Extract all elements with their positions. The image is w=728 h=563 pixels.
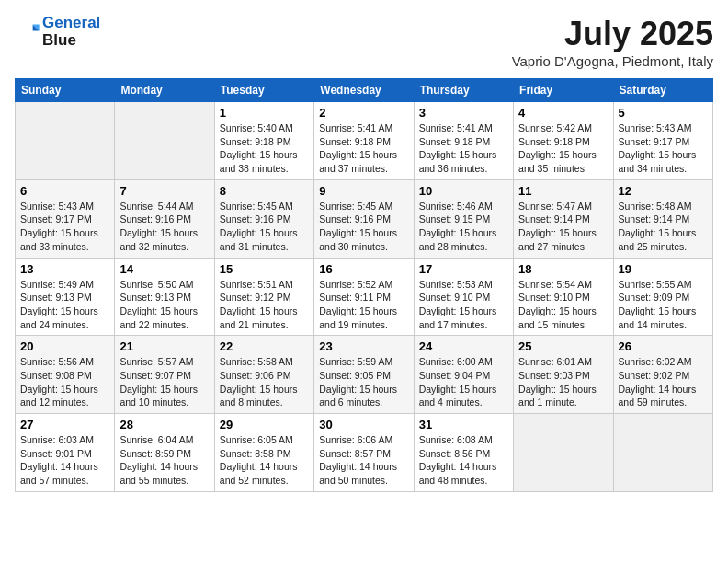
day-of-week-header: Thursday [414, 79, 513, 102]
svg-rect-0 [15, 19, 40, 45]
calendar-cell: 26Sunrise: 6:02 AMSunset: 9:02 PMDayligh… [613, 336, 712, 414]
calendar-cell: 28Sunrise: 6:04 AMSunset: 8:59 PMDayligh… [115, 414, 214, 492]
day-info: Sunrise: 6:00 AMSunset: 9:04 PMDaylight:… [419, 355, 508, 409]
day-info: Sunrise: 6:06 AMSunset: 8:57 PMDaylight:… [319, 433, 408, 488]
day-number: 20 [20, 339, 109, 353]
day-number: 26 [619, 339, 708, 353]
day-number: 7 [119, 184, 209, 198]
calendar-week-row: 6Sunrise: 5:43 AMSunset: 9:17 PMDaylight… [16, 179, 713, 258]
logo-icon [15, 19, 40, 45]
day-number: 31 [419, 418, 508, 431]
day-number: 14 [119, 262, 209, 276]
logo: General Blue [15, 15, 100, 49]
day-info: Sunrise: 5:44 AMSunset: 9:16 PMDaylight:… [119, 200, 209, 254]
calendar-cell: 23Sunrise: 5:59 AMSunset: 9:05 PMDayligh… [314, 336, 414, 414]
day-number: 29 [220, 418, 309, 431]
calendar-cell: 1Sunrise: 5:40 AMSunset: 9:18 PMDaylight… [214, 102, 313, 180]
day-number: 11 [518, 184, 608, 198]
day-info: Sunrise: 5:59 AMSunset: 9:05 PMDaylight:… [319, 355, 408, 409]
calendar-cell: 25Sunrise: 6:01 AMSunset: 9:03 PMDayligh… [514, 336, 613, 414]
page-header: General Blue July 2025 Vaprio D'Agogna, … [15, 15, 713, 69]
day-info: Sunrise: 5:50 AMSunset: 9:13 PMDaylight:… [119, 278, 209, 332]
day-info: Sunrise: 5:43 AMSunset: 9:17 PMDaylight:… [619, 121, 708, 176]
calendar-cell: 15Sunrise: 5:51 AMSunset: 9:12 PMDayligh… [214, 258, 313, 336]
calendar-cell: 11Sunrise: 5:47 AMSunset: 9:14 PMDayligh… [514, 179, 613, 258]
day-info: Sunrise: 5:45 AMSunset: 9:16 PMDaylight:… [220, 200, 309, 254]
day-info: Sunrise: 6:08 AMSunset: 8:56 PMDaylight:… [419, 433, 508, 488]
day-info: Sunrise: 5:51 AMSunset: 9:12 PMDaylight:… [220, 278, 309, 332]
calendar-table: SundayMondayTuesdayWednesdayThursdayFrid… [15, 78, 713, 492]
day-number: 28 [119, 418, 209, 431]
day-number: 6 [20, 184, 109, 198]
day-number: 9 [319, 184, 408, 198]
calendar-week-row: 13Sunrise: 5:49 AMSunset: 9:13 PMDayligh… [16, 258, 713, 336]
day-info: Sunrise: 6:05 AMSunset: 8:58 PMDaylight:… [220, 433, 309, 488]
logo-text: General [42, 15, 100, 32]
calendar-cell: 7Sunrise: 5:44 AMSunset: 9:16 PMDaylight… [115, 179, 214, 258]
day-of-week-header: Wednesday [314, 79, 414, 102]
day-number: 17 [419, 262, 508, 276]
calendar-cell [613, 414, 712, 492]
day-info: Sunrise: 5:42 AMSunset: 9:18 PMDaylight:… [518, 121, 608, 176]
calendar-cell: 20Sunrise: 5:56 AMSunset: 9:08 PMDayligh… [16, 336, 115, 414]
day-number: 27 [20, 418, 109, 431]
day-info: Sunrise: 5:41 AMSunset: 9:18 PMDaylight:… [319, 121, 408, 176]
day-number: 30 [319, 418, 408, 431]
day-of-week-header: Sunday [16, 79, 115, 102]
day-info: Sunrise: 5:46 AMSunset: 9:15 PMDaylight:… [419, 200, 508, 254]
day-number: 4 [518, 106, 608, 120]
day-info: Sunrise: 5:47 AMSunset: 9:14 PMDaylight:… [518, 200, 608, 254]
day-number: 18 [518, 262, 608, 276]
day-number: 15 [220, 262, 309, 276]
day-info: Sunrise: 5:55 AMSunset: 9:09 PMDaylight:… [619, 278, 708, 332]
calendar-cell: 12Sunrise: 5:48 AMSunset: 9:14 PMDayligh… [613, 179, 712, 258]
day-of-week-header: Saturday [613, 79, 712, 102]
day-info: Sunrise: 5:43 AMSunset: 9:17 PMDaylight:… [20, 200, 109, 254]
day-info: Sunrise: 5:52 AMSunset: 9:11 PMDaylight:… [319, 278, 408, 332]
day-info: Sunrise: 6:01 AMSunset: 9:03 PMDaylight:… [518, 355, 608, 409]
calendar-cell: 10Sunrise: 5:46 AMSunset: 9:15 PMDayligh… [414, 179, 513, 258]
calendar-cell: 24Sunrise: 6:00 AMSunset: 9:04 PMDayligh… [414, 336, 513, 414]
day-info: Sunrise: 5:56 AMSunset: 9:08 PMDaylight:… [20, 355, 109, 409]
day-info: Sunrise: 5:49 AMSunset: 9:13 PMDaylight:… [20, 278, 109, 332]
day-of-week-header: Tuesday [214, 79, 313, 102]
day-number: 25 [518, 339, 608, 353]
day-number: 8 [220, 184, 309, 198]
calendar-cell: 17Sunrise: 5:53 AMSunset: 9:10 PMDayligh… [414, 258, 513, 336]
logo-subtext: Blue [42, 32, 100, 50]
day-number: 22 [220, 339, 309, 353]
calendar-cell: 16Sunrise: 5:52 AMSunset: 9:11 PMDayligh… [314, 258, 414, 336]
calendar-cell: 3Sunrise: 5:41 AMSunset: 9:18 PMDaylight… [414, 102, 513, 180]
day-info: Sunrise: 5:41 AMSunset: 9:18 PMDaylight:… [419, 121, 508, 176]
day-info: Sunrise: 5:57 AMSunset: 9:07 PMDaylight:… [119, 355, 209, 409]
calendar-cell: 9Sunrise: 5:45 AMSunset: 9:16 PMDaylight… [314, 179, 414, 258]
calendar-cell: 21Sunrise: 5:57 AMSunset: 9:07 PMDayligh… [115, 336, 214, 414]
calendar-week-row: 1Sunrise: 5:40 AMSunset: 9:18 PMDaylight… [16, 102, 713, 180]
day-number: 24 [419, 339, 508, 353]
day-number: 21 [119, 339, 209, 353]
day-info: Sunrise: 5:48 AMSunset: 9:14 PMDaylight:… [619, 200, 708, 254]
day-number: 12 [619, 184, 708, 198]
day-info: Sunrise: 5:54 AMSunset: 9:10 PMDaylight:… [518, 278, 608, 332]
day-number: 10 [419, 184, 508, 198]
month-title: July 2025 [512, 15, 713, 53]
day-info: Sunrise: 5:40 AMSunset: 9:18 PMDaylight:… [220, 121, 309, 176]
calendar-cell [16, 102, 115, 180]
header-row: SundayMondayTuesdayWednesdayThursdayFrid… [16, 79, 713, 102]
day-number: 19 [619, 262, 708, 276]
day-number: 5 [619, 106, 708, 120]
day-number: 3 [419, 106, 508, 120]
day-of-week-header: Monday [115, 79, 214, 102]
calendar-cell: 13Sunrise: 5:49 AMSunset: 9:13 PMDayligh… [16, 258, 115, 336]
calendar-cell: 18Sunrise: 5:54 AMSunset: 9:10 PMDayligh… [514, 258, 613, 336]
calendar-cell: 31Sunrise: 6:08 AMSunset: 8:56 PMDayligh… [414, 414, 513, 492]
calendar-cell: 8Sunrise: 5:45 AMSunset: 9:16 PMDaylight… [214, 179, 313, 258]
day-info: Sunrise: 5:45 AMSunset: 9:16 PMDaylight:… [319, 200, 408, 254]
calendar-cell: 5Sunrise: 5:43 AMSunset: 9:17 PMDaylight… [613, 102, 712, 180]
calendar-cell [115, 102, 214, 180]
calendar-cell: 2Sunrise: 5:41 AMSunset: 9:18 PMDaylight… [314, 102, 414, 180]
day-number: 23 [319, 339, 408, 353]
calendar-cell: 4Sunrise: 5:42 AMSunset: 9:18 PMDaylight… [514, 102, 613, 180]
location: Vaprio D'Agogna, Piedmont, Italy [512, 53, 713, 69]
day-number: 1 [220, 106, 309, 120]
